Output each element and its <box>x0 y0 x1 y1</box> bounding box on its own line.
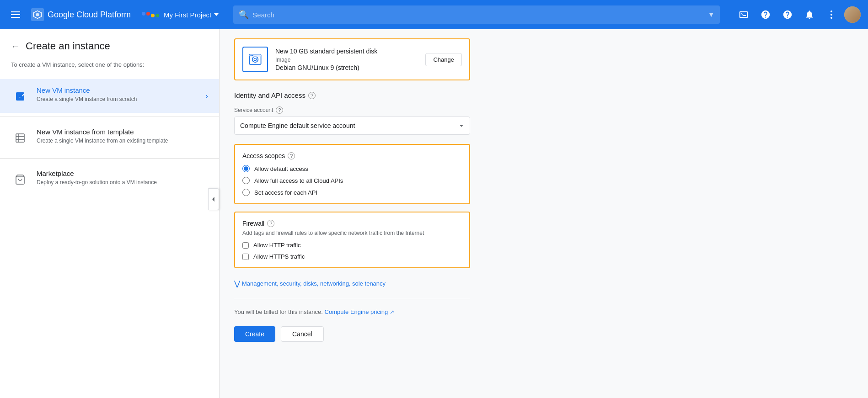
sidebar-item-vm-template[interactable]: New VM instance from template Create a s… <box>0 121 219 154</box>
svg-point-1 <box>36 13 39 16</box>
project-name: My First Project <box>164 11 211 19</box>
search-expand-icon[interactable]: ▼ <box>708 11 714 18</box>
radio-allow-full[interactable]: Allow full access to all Cloud APIs <box>242 177 462 184</box>
notifications-icon[interactable] <box>800 5 819 24</box>
disk-section: New 10 GB standard persistent disk Image… <box>234 38 470 80</box>
vm-template-desc: Create a single VM instance from an exis… <box>37 138 208 144</box>
checkbox-https-label: Allow HTTPS traffic <box>253 253 305 260</box>
action-buttons: Create Cancel <box>234 326 470 342</box>
sidebar-collapse-button[interactable] <box>208 188 219 210</box>
disk-info: New 10 GB standard persistent disk Image… <box>275 48 418 71</box>
new-vm-title: New VM instance <box>37 86 198 94</box>
vm-template-text: New VM instance from template Create a s… <box>37 128 208 144</box>
support-icon[interactable] <box>756 5 775 24</box>
access-scopes-radio-group: Allow default access Allow full access t… <box>242 165 462 196</box>
billing-link[interactable]: Compute Engine pricing <box>325 308 388 315</box>
sidebar-divider-1 <box>0 117 219 117</box>
svg-point-10 <box>254 58 256 60</box>
search-bar[interactable]: 🔍 ▼ <box>233 5 720 24</box>
sidebar-divider-2 <box>0 158 219 159</box>
app-logo: Google Cloud Platform <box>31 8 131 21</box>
search-icon: 🔍 <box>239 10 249 20</box>
sidebar-item-marketplace[interactable]: Marketplace Deploy a ready-to-go solutio… <box>0 162 219 196</box>
expand-icon: ⋁ <box>234 279 240 288</box>
service-account-label: Service account ? <box>234 106 470 114</box>
back-button[interactable]: ← <box>11 41 20 52</box>
marketplace-icon <box>11 170 29 189</box>
service-account-select[interactable]: Compute Engine default service accountNo… <box>234 117 470 135</box>
firewall-help-icon[interactable]: ? <box>267 220 274 227</box>
marketplace-title: Marketplace <box>37 170 208 177</box>
project-selector[interactable]: My First Project <box>142 11 219 19</box>
disk-icon <box>242 47 268 72</box>
search-input[interactable] <box>252 11 708 19</box>
new-vm-arrow-icon: › <box>205 91 208 101</box>
form-divider <box>234 299 470 299</box>
project-dots-icon <box>142 12 159 17</box>
external-link-icon: ↗ <box>390 309 394 315</box>
identity-help-icon[interactable]: ? <box>308 92 316 99</box>
cloud-shell-icon[interactable] <box>734 5 753 24</box>
access-scopes-title: Access scopes ? <box>242 152 462 159</box>
svg-rect-3 <box>16 134 24 142</box>
project-dropdown-icon <box>214 13 219 16</box>
svg-point-13 <box>252 55 253 56</box>
create-button[interactable]: Create <box>234 326 275 342</box>
radio-full-label: Allow full access to all Cloud APIs <box>254 177 343 184</box>
checkbox-https[interactable]: Allow HTTPS traffic <box>242 253 462 260</box>
hamburger-menu[interactable] <box>7 8 24 21</box>
nav-actions <box>734 5 861 24</box>
access-scopes-section: Access scopes ? Allow default access All… <box>234 144 470 204</box>
management-link-text: Management, security, disks, networking,… <box>242 280 386 287</box>
change-disk-button[interactable]: Change <box>425 53 462 66</box>
identity-section-title: Identity and API access ? <box>234 91 470 99</box>
firewall-checkbox-group: Allow HTTP traffic Allow HTTPS traffic <box>242 242 462 260</box>
radio-default-label: Allow default access <box>254 165 308 172</box>
page-header: ← Create an instance <box>0 40 219 61</box>
cancel-button[interactable]: Cancel <box>281 326 324 342</box>
top-navigation: Google Cloud Platform My First Project 🔍… <box>0 0 868 29</box>
svg-point-12 <box>251 55 252 56</box>
radio-allow-default[interactable]: Allow default access <box>242 165 462 172</box>
svg-point-9 <box>252 57 258 63</box>
firewall-section: Firewall ? Add tags and firewall rules t… <box>234 212 470 268</box>
radio-set-each[interactable]: Set access for each API <box>242 189 462 196</box>
checkbox-http[interactable]: Allow HTTP traffic <box>242 242 462 249</box>
radio-full-input[interactable] <box>242 177 250 184</box>
user-avatar[interactable] <box>844 6 861 23</box>
radio-each-label: Set access for each API <box>254 189 317 196</box>
vm-template-title: New VM instance from template <box>37 128 208 136</box>
billing-note: You will be billed for this instance. Co… <box>234 308 470 315</box>
checkbox-https-input[interactable] <box>242 254 249 260</box>
access-scopes-help-icon[interactable]: ? <box>288 152 295 159</box>
help-icon[interactable] <box>778 5 797 24</box>
vm-template-icon <box>11 129 29 147</box>
firewall-title: Firewall ? <box>242 220 462 227</box>
new-vm-text: New VM instance Create a single VM insta… <box>37 86 198 102</box>
service-account-group: Service account ? Compute Engine default… <box>234 106 470 135</box>
management-link[interactable]: ⋁ Management, security, disks, networkin… <box>234 279 470 288</box>
checkbox-http-input[interactable] <box>242 242 249 249</box>
disk-image-label: Image <box>275 57 418 63</box>
more-options-icon[interactable] <box>822 5 841 24</box>
new-vm-icon <box>11 87 29 106</box>
service-account-help-icon[interactable]: ? <box>276 106 283 114</box>
disk-image-value: Debian GNU/Linux 9 (stretch) <box>275 64 418 71</box>
identity-api-section: Identity and API access ? Service accoun… <box>234 91 470 204</box>
page-title: Create an instance <box>26 40 110 52</box>
checkbox-http-label: Allow HTTP traffic <box>253 242 301 249</box>
marketplace-desc: Deploy a ready-to-go solution onto a VM … <box>37 179 208 186</box>
firewall-description: Add tags and firewall rules to allow spe… <box>242 230 462 236</box>
page-container: ← Create an instance To create a VM inst… <box>0 29 868 398</box>
disk-title: New 10 GB standard persistent disk <box>275 48 418 55</box>
page-description: To create a VM instance, select one of t… <box>0 61 219 79</box>
marketplace-text: Marketplace Deploy a ready-to-go solutio… <box>37 170 208 186</box>
sidebar-item-new-vm[interactable]: New VM instance Create a single VM insta… <box>0 79 219 113</box>
radio-each-input[interactable] <box>242 189 250 196</box>
radio-default-input[interactable] <box>242 165 250 172</box>
sidebar: ← Create an instance To create a VM inst… <box>0 29 220 398</box>
new-vm-desc: Create a single VM instance from scratch <box>37 96 198 102</box>
main-content: New 10 GB standard persistent disk Image… <box>220 29 868 398</box>
app-name: Google Cloud Platform <box>48 10 131 20</box>
form-area: New 10 GB standard persistent disk Image… <box>220 29 485 360</box>
